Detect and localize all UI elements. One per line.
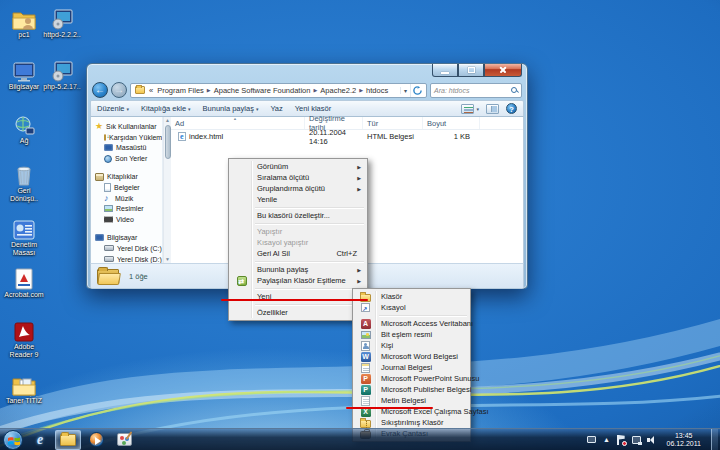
show-desktop-button[interactable] (711, 429, 718, 450)
close-button[interactable] (484, 64, 522, 77)
menu-item-yapistir: Yapıştır (231, 226, 365, 237)
preview-pane-button[interactable] (486, 104, 499, 114)
taskbar-media-player[interactable] (83, 430, 109, 450)
toolbar-kitapliga-ekle[interactable]: Kitaplığa ekle▾ (141, 104, 191, 113)
menu-item-yenile[interactable]: Yenile (231, 194, 365, 205)
breadcrumb-segment[interactable]: Apache Software Foundation (212, 86, 313, 95)
sidebar-section-libraries[interactable]: Kitaplıklar (91, 171, 162, 182)
dropdown-caret-icon: ▾ (188, 106, 191, 112)
video-film-icon (104, 216, 113, 223)
sidebar-item-video[interactable]: Video (91, 214, 162, 225)
new-submenu: Klasör Kısayol AMicrosoft Access Veritab… (352, 288, 471, 442)
network-globe-icon (11, 112, 37, 136)
network-status-icon[interactable] (631, 435, 641, 445)
tray-device-icon[interactable] (586, 435, 596, 445)
forward-button[interactable]: → (111, 82, 127, 98)
menu-item-gorunum[interactable]: Görünüm▶ (231, 161, 365, 172)
taskbar-windows-explorer[interactable] (55, 430, 81, 450)
column-header-modified[interactable]: Değiştirme tarihi (305, 117, 363, 129)
volume-icon[interactable] (646, 435, 656, 445)
menu-item-ozellikler[interactable]: Özellikler (231, 307, 365, 318)
submenu-item-kisayol[interactable]: Kısayol (355, 302, 468, 313)
column-header-size[interactable]: Boyut (423, 117, 480, 129)
show-hidden-icons-button[interactable]: ▲ (601, 435, 611, 445)
desktop-icon-acrobat-com[interactable]: Acrobat.com (4, 266, 44, 299)
refresh-button[interactable] (410, 84, 424, 97)
column-header-name[interactable]: Ad▲ (171, 117, 305, 129)
submenu-item-klasor[interactable]: Klasör (355, 291, 468, 302)
sidebar-item-downloads[interactable]: Karşıdan Yüklem (91, 132, 162, 143)
submenu-item-access[interactable]: AMicrosoft Access Veritabanı (355, 318, 468, 329)
breadcrumb-segment[interactable]: Program Files (155, 86, 206, 95)
submenu-item-kisi[interactable]: Kişi (355, 340, 468, 351)
menu-item-geri-al-sil[interactable]: Geri Al SilCtrl+Z (231, 248, 365, 259)
sidebar-item-music[interactable]: ♪Müzik (91, 193, 162, 204)
desktop-icon-label: Adobe Reader 9 (4, 343, 44, 359)
command-toolbar: Düzenle▾ Kitaplığa ekle▾ Bununla paylaş▾… (90, 100, 524, 117)
word-icon: W (360, 351, 371, 362)
scroll-down-icon[interactable]: ▼ (165, 256, 170, 263)
toolbar-bununla-paylas[interactable]: Bununla paylaş▾ (203, 104, 259, 113)
bitmap-image-icon (360, 329, 371, 340)
desktop-icon-php-installer[interactable]: php-5.2.17.. (42, 58, 82, 91)
taskbar-paint[interactable] (111, 430, 137, 450)
address-bar[interactable]: « Program Files ▶ Apache Software Founda… (130, 83, 427, 98)
desktop-icon-adobe-reader[interactable]: Adobe Reader 9 (4, 318, 44, 359)
sidebar-section-favorites[interactable]: ★Sık Kullanılanlar (91, 121, 162, 132)
toolbar-yaz[interactable]: Yaz (270, 104, 282, 113)
submenu-item-bitmap[interactable]: Bit eşlem resmi (355, 329, 468, 340)
submenu-item-word[interactable]: WMicrosoft Word Belgesi (355, 351, 468, 362)
desktop-icon-recycle-bin[interactable]: Geri Dönüşü.. (4, 162, 44, 203)
taskbar-internet-explorer[interactable]: e (27, 430, 53, 450)
sidebar-item-desktop[interactable]: Masaüstü (91, 143, 162, 154)
minimize-button[interactable] (432, 64, 458, 77)
breadcrumb-segment[interactable]: htdocs (364, 86, 390, 95)
sidebar-item-recent[interactable]: Son Yerler (91, 153, 162, 164)
desktop-icon-bilgisayar[interactable]: Bilgisayar (4, 58, 44, 91)
desktop-icon-taner-titiz[interactable]: Taner TİTİZ (4, 372, 44, 405)
menu-item-siralama-olcutu[interactable]: Sıralama ölçütü▶ (231, 172, 365, 183)
menu-item-paylasilan-klasor-esitleme[interactable]: ⇄Paylaşılan Klasör Eşitleme▶ (231, 275, 365, 286)
breadcrumb-segment[interactable]: Apache2.2 (318, 86, 358, 95)
help-button[interactable]: ? (506, 103, 517, 114)
scrollbar-thumb[interactable] (165, 125, 171, 159)
sidebar-item-pictures[interactable]: Resimler (91, 204, 162, 215)
search-icon[interactable] (511, 87, 518, 94)
sidebar-item-documents[interactable]: Belgeler (91, 182, 162, 193)
search-input[interactable]: Ara: htdocs (430, 83, 522, 98)
submenu-item-publisher[interactable]: PMicrosoft Publisher Belgesi (355, 384, 468, 395)
menu-item-bununla-paylas[interactable]: Bununla paylaş▶ (231, 264, 365, 275)
action-center-flag-icon[interactable] (616, 435, 626, 445)
change-view-button[interactable]: ▾ (461, 104, 479, 114)
desktop-icon-denetim-masasi[interactable]: Denetim Masası (4, 216, 44, 257)
dropdown-caret-icon: ▾ (127, 106, 130, 112)
sidebar-item-disk-c[interactable]: Yerel Disk (C:) (91, 243, 162, 254)
column-header-type[interactable]: Tür (363, 117, 423, 129)
sidebar-item-disk-d[interactable]: Yerel Disk (D:) (91, 254, 162, 263)
start-button[interactable] (3, 430, 23, 450)
submenu-item-journal[interactable]: Journal Belgesi (355, 362, 468, 373)
folder-user-icon (11, 6, 37, 30)
toolbar-duzenle[interactable]: Düzenle▾ (97, 104, 129, 113)
sidebar-scrollbar[interactable]: ▲ ▼ (163, 117, 171, 263)
toolbar-yeni-klasor[interactable]: Yeni klasör (295, 104, 331, 113)
submenu-item-zip[interactable]: Sıkıştırılmış Klasör (355, 417, 468, 428)
desktop-icon-httpd-installer[interactable]: httpd-2.2.2.. (42, 6, 82, 39)
scroll-up-icon[interactable]: ▲ (165, 117, 170, 124)
submenu-arrow-icon: ▶ (357, 175, 361, 181)
desktop-icon-ag[interactable]: Ağ (4, 112, 44, 145)
context-menu: Görünüm▶ Sıralama ölçütü▶ Gruplandırma ö… (228, 158, 368, 321)
submenu-item-powerpoint[interactable]: PMicrosoft PowerPoint Sunusu (355, 373, 468, 384)
desktop-icon-pc1[interactable]: pc1 (4, 6, 44, 39)
menu-item-gruplandirma-olcutu[interactable]: Gruplandırma ölçütü▶ (231, 183, 365, 194)
window-titlebar[interactable] (90, 64, 524, 80)
maximize-button[interactable] (458, 64, 484, 77)
menu-item-bu-klasoru-ozellestir[interactable]: Bu klasörü özelleştir... (231, 210, 365, 221)
hard-drive-icon (104, 256, 114, 262)
address-dropdown-icon[interactable]: ▾ (400, 87, 410, 94)
taskbar-clock[interactable]: 13:45 06.12.2011 (661, 432, 706, 448)
sidebar-section-computer[interactable]: Bilgisayar (91, 232, 162, 243)
menu-separator (255, 304, 364, 305)
submenu-item-metin-belgesi[interactable]: Metin Belgesi (355, 395, 468, 406)
back-button[interactable]: ← (92, 82, 108, 98)
